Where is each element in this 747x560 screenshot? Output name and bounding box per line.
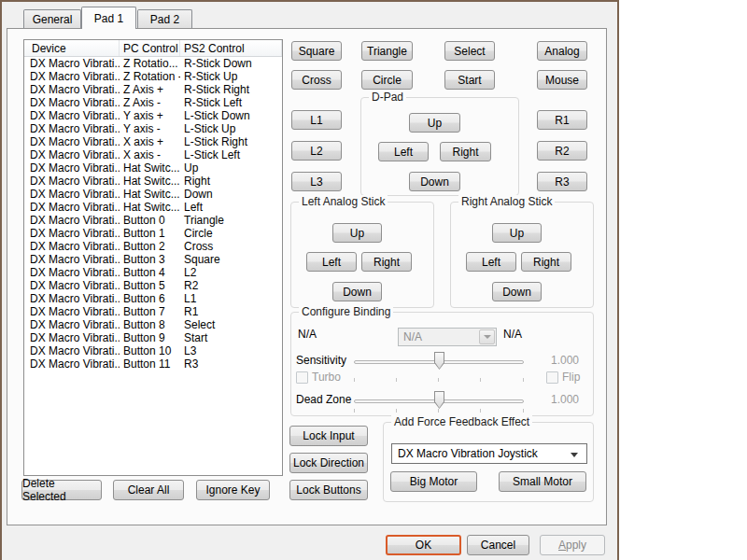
table-row[interactable]: DX Macro Vibrati... Button 9 Start [24, 331, 282, 344]
tab-pad2[interactable]: Pad 2 [137, 9, 192, 28]
table-row[interactable]: DX Macro Vibrati... Button 11 R3 [24, 357, 282, 371]
table-row[interactable]: DX Macro Vibrati... Hat Switc... Right [24, 175, 282, 188]
column-header-pc-control[interactable]: PC Control [120, 40, 180, 56]
tab-pad1[interactable]: Pad 1 [81, 7, 136, 29]
table-row[interactable]: DX Macro Vibrati... X axis + L-Stick Rig… [24, 135, 282, 148]
lock-input-button[interactable]: Lock Input [289, 426, 368, 446]
clear-all-button[interactable]: Clear All [113, 480, 184, 500]
r3-button[interactable]: R3 [537, 172, 587, 191]
select-button[interactable]: Select [444, 41, 495, 61]
l2-button[interactable]: L2 [291, 141, 342, 161]
triangle-label: Triangle [367, 45, 407, 58]
analog-button[interactable]: Analog [537, 41, 587, 61]
table-row[interactable]: DX Macro Vibrati... Hat Switc... Left [24, 201, 282, 214]
table-row[interactable]: DX Macro Vibrati... Hat Switc... Down [24, 188, 282, 201]
cell-pc-control: Hat Switc... [120, 201, 180, 214]
lstick-left-button[interactable]: Left [306, 252, 357, 272]
lstick-left-label: Left [322, 256, 341, 269]
table-row[interactable]: DX Macro Vibrati... Button 0 Triangle [24, 214, 282, 227]
table-row[interactable]: DX Macro Vibrati... Z Axis - R-Stick Lef… [24, 96, 282, 109]
rstick-up-button[interactable]: Up [492, 223, 542, 243]
table-row[interactable]: DX Macro Vibrati... Button 7 R1 [24, 305, 282, 318]
rstick-down-button[interactable]: Down [492, 282, 542, 301]
cell-pc-control: Hat Switc... [120, 161, 180, 175]
square-button[interactable]: Square [291, 41, 342, 61]
deadzone-slider-thumb[interactable] [434, 391, 444, 409]
cell-device: DX Macro Vibrati... [24, 109, 120, 122]
table-row[interactable]: DX Macro Vibrati... X axis - L-Stick Lef… [24, 148, 282, 161]
table-row[interactable]: DX Macro Vibrati... Button 6 L1 [24, 292, 282, 305]
configure-binding-title: Configure Binding [299, 305, 393, 318]
table-row[interactable]: DX Macro Vibrati... Y axis + L-Stick Dow… [24, 109, 282, 122]
dpad-down-button[interactable]: Down [409, 172, 460, 191]
sensitivity-slider-thumb[interactable] [434, 352, 444, 370]
circle-button[interactable]: Circle [361, 70, 413, 90]
cell-pc-control: Y axis - [120, 122, 180, 135]
table-row[interactable]: DX Macro Vibrati... Button 3 Square [24, 253, 282, 266]
cell-ps2-control: L-Stick Down [180, 109, 282, 122]
mouse-button[interactable]: Mouse [537, 70, 587, 90]
lstick-down-button[interactable]: Down [332, 282, 382, 301]
cancel-button[interactable]: Cancel [467, 535, 529, 555]
ignore-key-button[interactable]: Ignore Key [196, 480, 270, 500]
flip-checkbox-box [546, 371, 558, 384]
table-row[interactable]: DX Macro Vibrati... Button 4 L2 [24, 266, 282, 279]
cell-pc-control: Button 4 [120, 266, 180, 279]
l2-label: L2 [310, 145, 322, 158]
l1-button[interactable]: L1 [291, 110, 342, 130]
force-feedback-group: Add Force Feedback Effect DX Macro Vibra… [383, 422, 594, 502]
triangle-button[interactable]: Triangle [361, 41, 413, 61]
table-row[interactable]: DX Macro Vibrati... Button 5 R2 [24, 279, 282, 292]
cell-pc-control: Button 10 [120, 344, 180, 357]
table-row[interactable]: DX Macro Vibrati... Z Rotation - R-Stick… [24, 70, 282, 83]
tab-general[interactable]: General [23, 9, 81, 28]
dpad-up-button[interactable]: Up [409, 113, 460, 133]
lstick-down-label: Down [343, 286, 372, 299]
rstick-left-button[interactable]: Left [466, 252, 516, 272]
lstick-up-button[interactable]: Up [332, 223, 382, 243]
table-row[interactable]: DX Macro Vibrati... Button 8 Select [24, 318, 282, 331]
table-row[interactable]: DX Macro Vibrati... Button 10 L3 [24, 344, 282, 357]
force-feedback-device-dropdown[interactable]: DX Macro Vibration Joystick [391, 443, 587, 464]
rstick-right-button[interactable]: Right [521, 252, 571, 272]
dpad-left-button[interactable]: Left [378, 142, 429, 161]
cell-pc-control: Z Axis - [120, 96, 180, 109]
small-motor-button[interactable]: Small Motor [499, 471, 586, 492]
table-row[interactable]: DX Macro Vibrati... Z Rotatio... R-Stick… [24, 57, 282, 70]
column-header-ps2-control[interactable]: PS2 Control [180, 40, 282, 56]
table-row[interactable]: DX Macro Vibrati... Z Axis + R-Stick Rig… [24, 83, 282, 96]
lock-buttons-button[interactable]: Lock Buttons [289, 480, 368, 500]
cell-ps2-control: R-Stick Left [180, 96, 282, 109]
dpad-right-label: Right [452, 146, 478, 159]
dpad-right-button[interactable]: Right [440, 142, 491, 161]
lstick-right-button[interactable]: Right [361, 252, 412, 272]
tab-pad1-label: Pad 1 [94, 12, 123, 25]
cross-button[interactable]: Cross [291, 70, 342, 90]
l3-button[interactable]: L3 [291, 172, 342, 191]
big-motor-button[interactable]: Big Motor [390, 471, 477, 492]
delete-selected-button[interactable]: Delete Selected [21, 480, 102, 500]
big-motor-label: Big Motor [410, 475, 458, 488]
start-button[interactable]: Start [444, 70, 495, 90]
apply-label: Apply [558, 539, 586, 552]
cell-device: DX Macro Vibrati... [24, 70, 120, 83]
cell-ps2-control: Triangle [180, 214, 282, 227]
cell-ps2-control: Down [180, 188, 282, 201]
binding-control-value: N/A [503, 328, 522, 341]
ok-button[interactable]: OK [386, 535, 461, 555]
table-row[interactable]: DX Macro Vibrati... Hat Switc... Up [24, 161, 282, 175]
cell-ps2-control: L2 [180, 266, 282, 279]
cell-pc-control: Button 11 [120, 357, 180, 371]
table-row[interactable]: DX Macro Vibrati... Button 2 Cross [24, 240, 282, 253]
r2-button[interactable]: R2 [537, 141, 587, 161]
cell-ps2-control: L3 [180, 344, 282, 357]
cell-ps2-control: R3 [180, 357, 282, 371]
table-row[interactable]: DX Macro Vibrati... Button 1 Circle [24, 227, 282, 240]
cell-device: DX Macro Vibrati... [24, 279, 120, 292]
column-header-device[interactable]: Device [24, 40, 120, 56]
table-row[interactable]: DX Macro Vibrati... Y axis - L-Stick Up [24, 122, 282, 135]
cell-ps2-control: Circle [180, 227, 282, 240]
cell-device: DX Macro Vibrati... [24, 227, 120, 240]
lock-direction-button[interactable]: Lock Direction [289, 453, 368, 473]
r1-button[interactable]: R1 [537, 110, 587, 130]
